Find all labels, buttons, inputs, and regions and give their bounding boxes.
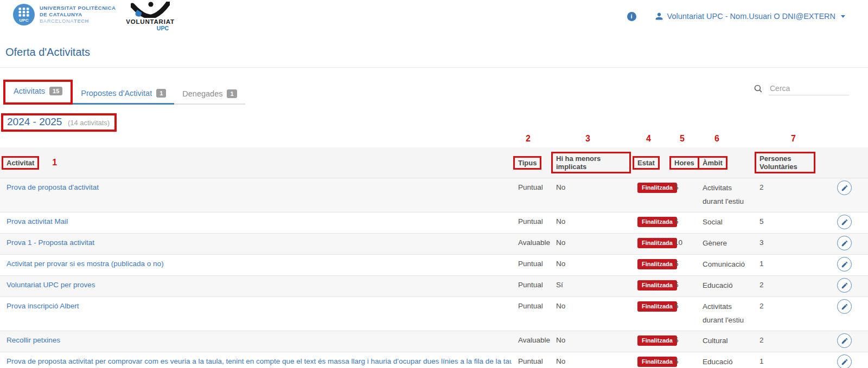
cell-menors: No [550,178,631,212]
edit-activity-button[interactable] [837,215,852,229]
col-header-actions [815,147,868,178]
voluntariat-wordmark: VOLUNTARIAT [126,18,175,25]
user-menu-label: Voluntariat UPC - Nom.Usuari O DNI@EXTER… [667,12,835,21]
annotation-number-2: 2 [526,134,531,144]
cell-ambit: Activitats durant l'estiu [696,297,753,331]
activity-link[interactable]: Prova de proposta activitat per comprova… [7,357,512,365]
cell-menors: Sí [550,276,631,297]
cell-actions [815,352,868,368]
edit-activity-button[interactable] [837,236,852,250]
cell-menors: No [550,352,631,368]
cell-persones: 2 [753,178,815,212]
col-header-menors: 3 Hi ha menors implicats [550,147,631,178]
col-header-estat: 4 Estat [631,147,668,178]
annotation-box-persones: Persones Voluntàries [755,152,815,173]
upc-logo-icon: UPC [13,4,35,25]
table-row: Prova de proposta d'activitat Puntual No… [0,178,868,212]
user-menu-button[interactable]: Voluntariat UPC - Nom.Usuari O DNI@EXTER… [652,11,848,21]
activity-link[interactable]: Activitat per provar si es mostra (publi… [7,260,164,268]
cell-actions [815,255,868,276]
cell-menors: No [550,297,631,331]
edit-activity-button[interactable] [837,299,852,314]
cell-estat: Finalitzada [631,255,668,276]
annotation-box-menors: Hi ha menors implicats [551,152,631,173]
cell-persones: 3 [753,234,815,255]
search-input[interactable] [769,82,849,95]
edit-activity-button[interactable] [837,180,852,195]
search-box [754,82,849,95]
university-line2: DE CATALUNYA [40,11,116,18]
cell-ambit: Cultural [696,331,753,352]
cell-persones: 1 [753,352,815,368]
col-header-ambit: 6 Àmbit [696,147,753,178]
tab-propostes-activitat[interactable]: Propostes d'Activitat 1 [73,84,174,105]
activity-link[interactable]: Prova de proposta d'activitat [7,183,99,191]
cell-activitat: Prova activitat Mail [0,212,512,234]
cell-ambit: Comunicació [696,255,753,276]
status-badge: Finalitzada [637,217,677,227]
page-title: Oferta d'Activitats [5,46,868,59]
annotation-number-7: 7 [791,134,796,144]
cell-tipus: Puntual [512,178,550,212]
activity-link[interactable]: Prova inscripció Albert [7,302,79,310]
search-icon [754,84,763,93]
cell-persones: 2 [753,331,815,352]
university-line3: BARCELONATECH [40,18,116,24]
activities-table-body: Prova de proposta d'activitat Puntual No… [0,178,868,368]
info-icon[interactable]: i [627,12,636,21]
activity-link[interactable]: Voluntariat UPC per proves [7,281,95,289]
tab-propostes-label: Propostes d'Activitat [81,89,152,98]
annotation-number-6: 6 [714,134,719,144]
activity-link[interactable]: Prova activitat Mail [7,217,68,225]
annotation-number-5: 5 [680,134,685,144]
annotation-box-hores: Hores [669,156,699,170]
title-divider [0,67,868,68]
table-row: Recollir petxines Avaluable No Finalitza… [0,331,868,352]
cell-tipus: Avaluable [512,234,550,255]
cell-actions [815,297,868,331]
cell-persones: 1 [753,255,815,276]
status-badge: Finalitzada [637,238,677,248]
cell-actions [815,234,868,255]
col-header-activitat: Activitat1 [0,147,512,178]
table-row: Prova inscripció Albert Puntual No Final… [0,297,868,331]
activity-link[interactable]: Prova 1 - Proposta activitat [7,238,94,247]
season-year: 2024 - 2025 [7,116,62,127]
tab-bar: Activitats 15 Propostes d'Activitat 1 De… [3,80,868,105]
cell-activitat: Prova 1 - Proposta activitat [0,234,512,255]
upc-logo: UPC UNIVERSITAT POLITÈCNICA DE CATALUNYA… [13,4,116,25]
status-badge: Finalitzada [637,183,677,193]
season-activity-count: (14 activitats) [68,119,110,127]
activity-link[interactable]: Recollir petxines [7,336,60,344]
cell-activitat: Prova de proposta d'activitat [0,178,512,212]
cell-ambit: Activitats durant l'estiu [696,178,753,212]
cell-ambit: Social [696,212,753,234]
cell-estat: Finalitzada [631,234,668,255]
voluntariat-upc-wordmark: UPC [157,25,169,31]
table-row: Prova de proposta activitat per comprova… [0,352,868,368]
cell-activitat: Prova de proposta activitat per comprova… [0,352,512,368]
cell-tipus: Puntual [512,352,550,368]
edit-activity-button[interactable] [837,278,852,293]
cell-persones: 2 [753,276,815,297]
tab-activitats[interactable]: Activitats 15 [5,82,71,102]
edit-activity-button[interactable] [837,354,852,368]
cell-menors: No [550,331,631,352]
col-header-tipus: 2 Tipus [512,147,550,178]
tabs-row: Activitats 15 Propostes d'Activitat 1 De… [3,80,868,105]
cell-tipus: Puntual [512,276,550,297]
cell-persones: 2 [753,297,815,331]
table-row: Prova 1 - Proposta activitat Avaluable N… [0,234,868,255]
edit-activity-button[interactable] [837,333,852,348]
tab-denegades[interactable]: Denegades 1 [174,85,245,105]
edit-activity-button[interactable] [837,257,852,272]
status-badge: Finalitzada [637,357,677,367]
cell-estat: Finalitzada [631,276,668,297]
annotation-box-activitats-tab: Activitats 15 [3,80,73,105]
cell-menors: No [550,255,631,276]
university-name: UNIVERSITAT POLITÈCNICA DE CATALUNYA BAR… [40,5,116,24]
cell-estat: Finalitzada [631,178,668,212]
cell-tipus: Avaluable [512,331,550,352]
cell-ambit: Educació [696,352,753,368]
table-row: Voluntariat UPC per proves Puntual Sí Fi… [0,276,868,297]
